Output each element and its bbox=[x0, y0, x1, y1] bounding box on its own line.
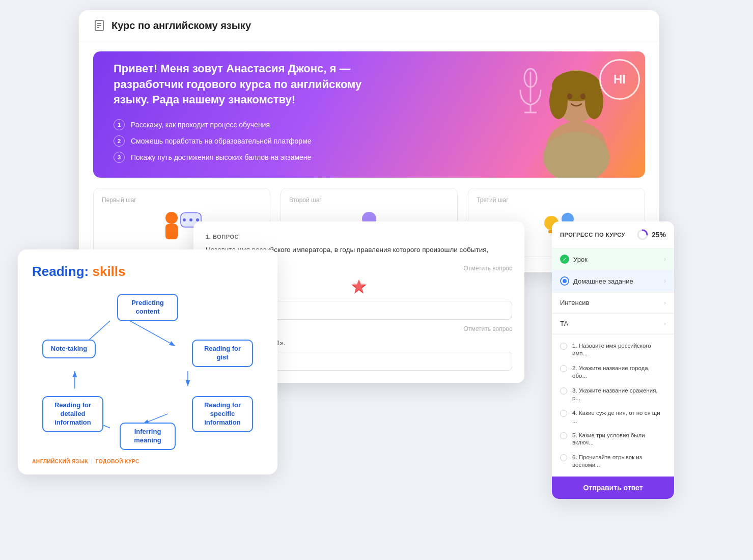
svg-point-20 bbox=[183, 218, 186, 221]
step-label-3: Третий шаг bbox=[477, 197, 636, 204]
check-circle-icon: ✓ bbox=[560, 255, 569, 264]
svg-point-22 bbox=[196, 218, 199, 221]
document-icon bbox=[93, 19, 105, 32]
list-num-3: 3 bbox=[114, 152, 125, 163]
progress-header: ПРОГРЕСС ПО КУРСУ 25% bbox=[552, 221, 674, 248]
svg-rect-18 bbox=[165, 224, 178, 239]
progress-title: ПРОГРЕСС ПО КУРСУ bbox=[560, 232, 625, 238]
reading-footer: АНГЛИЙСКИЙ ЯЗЫК | ГОДОВОЙ КУРС bbox=[32, 459, 263, 464]
question-item-3[interactable]: 3. Укажите название сражения, р... bbox=[552, 383, 674, 406]
node-predicting: Predicting content bbox=[117, 294, 178, 321]
hero-list: 1 Расскажу, как проходит процесс обучени… bbox=[114, 119, 625, 163]
hero-list-item-1: 1 Расскажу, как проходит процесс обучени… bbox=[114, 119, 625, 130]
question-list: 1. Назовите имя российского имп... 2. Ук… bbox=[552, 334, 674, 477]
question-item-1[interactable]: 1. Назовите имя российского имп... bbox=[552, 339, 674, 361]
footer-separator: | bbox=[91, 459, 93, 464]
window-header: Курс по английскому языку bbox=[79, 10, 659, 41]
svg-point-21 bbox=[189, 218, 192, 221]
footer-tag-2: ГОДОВОЙ КУРС bbox=[96, 459, 140, 464]
question-item-2[interactable]: 2. Укажите название города, обо... bbox=[552, 361, 674, 383]
quiz-question-label: 1. ВОПРОС bbox=[206, 234, 512, 240]
chevron-right-icon-4: › bbox=[664, 320, 666, 327]
q-radio-2[interactable] bbox=[560, 365, 567, 372]
progress-circle-icon bbox=[636, 229, 649, 241]
progress-menu-intensive[interactable]: Интенсив › bbox=[552, 293, 674, 313]
progress-menu-homework[interactable]: Домашнее задание › bbox=[552, 270, 674, 292]
chevron-right-icon-2: › bbox=[664, 277, 666, 285]
reading-skills-card: Reading: skills Predicting bbox=[18, 249, 277, 474]
q-radio-5[interactable] bbox=[560, 432, 567, 439]
hero-list-item-2: 2 Сможешь поработать на образовательной … bbox=[114, 135, 625, 147]
chevron-right-icon-1: › bbox=[664, 256, 666, 263]
node-reading-specific: Reading for specific information bbox=[192, 396, 253, 432]
svg-line-38 bbox=[130, 321, 175, 346]
hero-title: Привет! Меня зовут Анастасия Джонс, я — … bbox=[114, 61, 368, 108]
quiz-mark-link-2[interactable]: Отметить вопрос bbox=[464, 325, 512, 332]
q-radio-6[interactable] bbox=[560, 454, 567, 461]
node-note-taking: Note-taking bbox=[42, 340, 96, 358]
progress-menu-urok[interactable]: ✓ Урок › bbox=[552, 248, 674, 270]
question-item-6[interactable]: 6. Прочитайте отрывок из воспоми... bbox=[552, 450, 674, 472]
submit-answer-button[interactable]: Отправить ответ bbox=[552, 477, 674, 499]
step-label-1: Первый шаг bbox=[102, 197, 262, 204]
chevron-right-icon-3: › bbox=[664, 299, 666, 306]
progress-panel: ПРОГРЕСС ПО КУРСУ 25% ✓ Урок › Домашнее … bbox=[552, 221, 674, 499]
node-reading-gist: Reading for gist bbox=[192, 340, 253, 367]
q-radio-1[interactable] bbox=[560, 343, 567, 350]
progress-percent: 25% bbox=[636, 229, 666, 241]
hero-text-area: Привет! Меня зовут Анастасия Джонс, я — … bbox=[114, 61, 625, 168]
quiz-mark-link-1[interactable]: Отметить вопрос bbox=[464, 265, 512, 272]
list-num-1: 1 bbox=[114, 119, 125, 130]
quiz-logo-icon bbox=[350, 277, 368, 296]
blue-circle-icon bbox=[560, 276, 569, 286]
hero-list-item-3: 3 Покажу путь достижения высоких баллов … bbox=[114, 152, 625, 163]
question-item-5[interactable]: 5. Какие три условия были включ... bbox=[552, 428, 674, 451]
hero-banner: Привет! Меня зовут Анастасия Джонс, я — … bbox=[93, 51, 645, 178]
mind-map: Predicting content Note-taking Reading f… bbox=[32, 290, 263, 453]
reading-card-title: Reading: skills bbox=[32, 264, 263, 279]
step-label-2: Второй шаг bbox=[289, 197, 449, 204]
question-item-4[interactable]: 4. Какие суж де ния, от но ся щи ... bbox=[552, 406, 674, 428]
list-num-2: 2 bbox=[114, 135, 125, 147]
q-radio-3[interactable] bbox=[560, 387, 567, 395]
footer-tag-1: АНГЛИЙСКИЙ ЯЗЫК bbox=[32, 459, 88, 464]
node-reading-detailed: Reading for detailed information bbox=[42, 396, 103, 432]
node-inferring: Inferring meaning bbox=[120, 423, 176, 450]
q-radio-4[interactable] bbox=[560, 410, 567, 417]
svg-point-17 bbox=[165, 212, 178, 224]
progress-menu-ta[interactable]: ТА › bbox=[552, 314, 674, 334]
window-title: Курс по английскому языку bbox=[111, 20, 251, 32]
